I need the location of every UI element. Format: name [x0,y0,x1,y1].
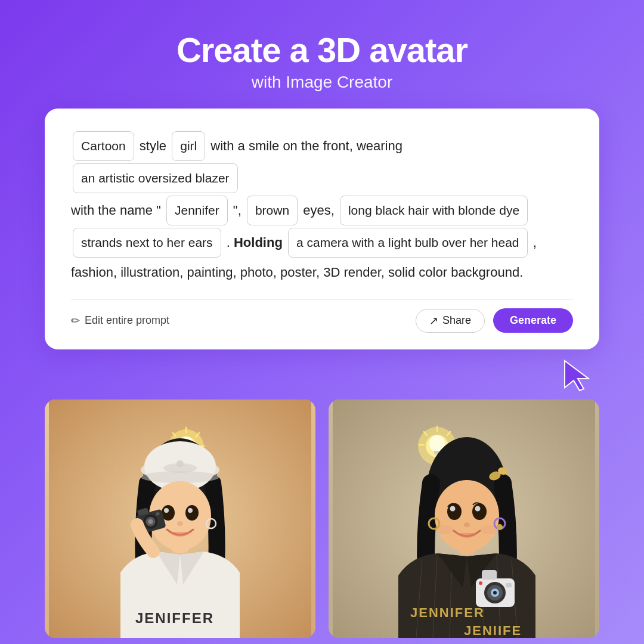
generate-wrapper: Generate [493,308,573,333]
prompt-actions: ✏ Edit entire prompt ↗ Share Generate [71,299,573,333]
svg-point-22 [164,508,169,513]
svg-point-52 [475,506,481,512]
tag-brown: brown [247,196,298,225]
edit-prompt-label: Edit entire prompt [85,314,169,327]
svg-point-51 [450,506,456,512]
svg-point-23 [188,508,193,513]
prompt-card: Cartoon style girl with a smile on the f… [45,109,599,350]
cursor-icon [559,358,595,394]
svg-point-74 [479,581,482,585]
generate-button[interactable]: Generate [493,308,573,333]
svg-text:JENIFFER: JENIFFER [135,610,214,626]
avatar-svg-left: JENIFFER [45,400,315,638]
images-row: JENIFFER [45,400,599,638]
page-title: Create a 3D avatar [177,31,467,69]
avatar-image-right: JENNIFER JENIIFE [329,400,599,638]
header: Create a 3D avatar with Image Creator [177,0,467,109]
svg-text:JENIIFE: JENIIFE [464,623,522,638]
svg-point-53 [464,522,470,527]
share-icon: ↗ [429,314,438,327]
edit-prompt-button[interactable]: ✏ Edit entire prompt [71,314,169,327]
tag-camera: a camera with a light bulb over her head [288,228,528,258]
tag-cartoon: Cartoon [73,131,134,161]
tag-blazer: an artistic oversized blazer [73,163,238,193]
generate-label: Generate [510,314,556,326]
svg-rect-68 [482,570,497,580]
svg-point-16 [177,460,184,467]
edit-icon: ✏ [71,314,80,327]
page-subtitle: with Image Creator [177,73,467,92]
svg-point-72 [493,591,497,595]
tag-girl: girl [172,131,205,161]
svg-point-24 [177,521,183,526]
svg-point-48 [435,480,499,552]
avatar-svg-right: JENNIFER JENIIFE [329,400,599,638]
avatar-image-left: JENIFFER [45,400,315,638]
svg-marker-0 [565,361,589,391]
prompt-text: Cartoon style girl with a smile on the f… [71,130,573,287]
share-button[interactable]: ↗ Share [416,309,485,333]
actions-right: ↗ Share Generate [416,308,573,333]
svg-point-21 [185,505,199,521]
tag-hair: long black hair with blonde dye [340,196,528,225]
tag-strands: strands next to her ears [73,228,221,258]
svg-point-58 [497,524,503,530]
svg-point-50 [472,503,487,520]
cursor-pointer [559,358,595,394]
svg-rect-73 [506,583,512,587]
tag-jennifer: Jennifer [166,196,228,225]
svg-text:JENNIFER: JENNIFER [410,605,485,620]
share-label: Share [442,314,471,327]
